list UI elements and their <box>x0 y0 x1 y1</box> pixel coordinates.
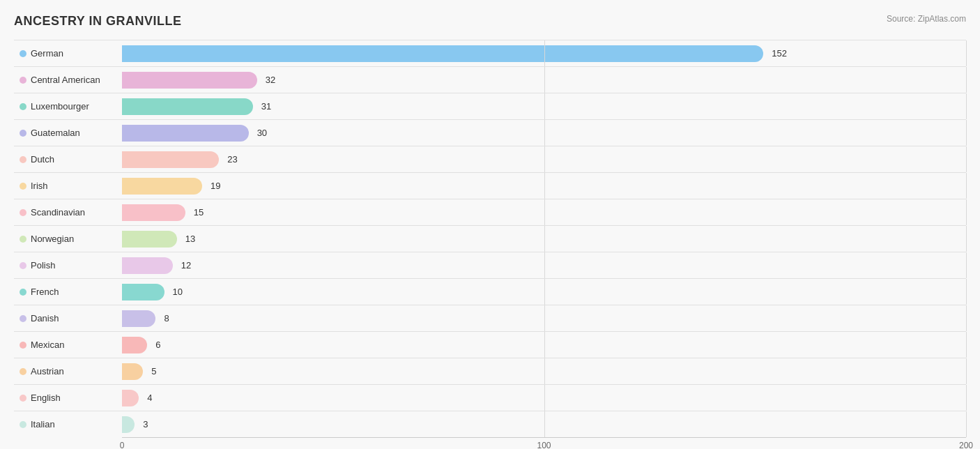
bar-label: Italian <box>14 419 122 429</box>
bar-dot-icon <box>20 342 26 349</box>
grid-line <box>544 146 545 172</box>
bar-label-text: German <box>31 48 63 59</box>
x-axis-tick: 200 <box>959 441 973 449</box>
x-axis-tick: 0 <box>120 441 125 449</box>
bar-dot-icon <box>20 77 26 84</box>
bar-track: 12 <box>122 252 966 278</box>
bar-dot-icon <box>20 209 26 216</box>
grid-line <box>544 67 545 93</box>
grid-line <box>966 173 967 199</box>
grid-line <box>966 385 967 411</box>
table-row: English4 <box>14 384 966 411</box>
bar-track: 8 <box>122 305 966 331</box>
bar-value-label: 15 <box>194 207 204 218</box>
bar-dot-icon <box>20 50 26 57</box>
bar-label: Guatemalan <box>14 128 122 138</box>
grid-line <box>544 411 545 437</box>
bar-label: German <box>14 48 122 59</box>
bar-label: English <box>14 393 122 403</box>
grid-line <box>544 252 545 278</box>
table-row: Luxembourger31 <box>14 93 966 119</box>
table-row: Guatemalan30 <box>14 119 966 146</box>
grid-line <box>544 93 545 119</box>
bar-label: Mexican <box>14 340 122 350</box>
grid-line <box>544 332 545 358</box>
grid-line <box>966 279 967 305</box>
bar-label: French <box>14 287 122 297</box>
bar-value-label: 6 <box>155 340 160 350</box>
bar-value-label: 152 <box>772 48 787 59</box>
grid-line <box>544 173 545 199</box>
bar-label: Luxembourger <box>14 101 122 112</box>
table-row: German152 <box>14 40 966 66</box>
bar-dot-icon <box>20 183 26 190</box>
bar-label-text: Guatemalan <box>31 128 80 138</box>
grid-line <box>966 411 967 437</box>
bar-label: Scandinavian <box>14 207 122 218</box>
bar-track: 31 <box>122 93 966 119</box>
chart-area: German152Central American32Luxembourger3… <box>14 40 966 449</box>
bar-fill <box>122 416 135 433</box>
bar-value-label: 23 <box>227 154 237 165</box>
bar-fill <box>122 337 147 353</box>
bar-dot-icon <box>20 262 26 269</box>
bar-label-text: Dutch <box>31 154 54 165</box>
bar-dot-icon <box>20 421 26 428</box>
bar-label-text: Scandinavian <box>31 207 85 218</box>
bar-fill <box>122 231 177 248</box>
chart-source: Source: ZipAtlas.com <box>887 14 966 24</box>
bar-dot-icon <box>20 103 26 110</box>
bar-label-text: Italian <box>31 419 55 429</box>
bar-track: 23 <box>122 146 966 172</box>
table-row: Danish8 <box>14 305 966 331</box>
bar-fill <box>122 390 139 406</box>
bar-value-label: 30 <box>257 128 267 138</box>
bar-label-text: Central American <box>31 75 100 85</box>
bar-track: 6 <box>122 332 966 358</box>
bar-label: Polish <box>14 260 122 271</box>
grid-line <box>966 120 967 146</box>
bar-track: 4 <box>122 385 966 411</box>
table-row: Polish12 <box>14 252 966 278</box>
bar-value-label: 8 <box>164 313 169 324</box>
bar-label: Dutch <box>14 154 122 165</box>
bar-track: 10 <box>122 279 966 305</box>
grid-line <box>544 120 545 146</box>
bar-label: Central American <box>14 75 122 85</box>
bar-label-text: Irish <box>31 181 48 191</box>
grid-line <box>966 199 967 225</box>
bar-label: Irish <box>14 181 122 191</box>
x-axis: 0100200 <box>122 437 966 449</box>
bar-dot-icon <box>20 395 26 402</box>
bar-track: 152 <box>122 40 966 66</box>
grid-line <box>966 40 967 66</box>
table-row: Norwegian13 <box>14 225 966 252</box>
bar-value-label: 31 <box>261 101 271 112</box>
grid-line <box>544 279 545 305</box>
bar-fill <box>122 45 763 62</box>
bar-track: 19 <box>122 173 966 199</box>
grid-line <box>966 67 967 93</box>
bar-label: Danish <box>14 313 122 324</box>
table-row: Austrian5 <box>14 358 966 384</box>
bar-label-text: Luxembourger <box>31 101 89 112</box>
bar-fill <box>122 363 143 380</box>
bar-dot-icon <box>20 289 26 296</box>
grid-line <box>966 146 967 172</box>
grid-line <box>544 199 545 225</box>
bar-value-label: 12 <box>181 260 191 271</box>
grid-line <box>966 305 967 331</box>
bar-track: 5 <box>122 358 966 384</box>
bars-container: German152Central American32Luxembourger3… <box>14 40 966 437</box>
table-row: Scandinavian15 <box>14 199 966 225</box>
bar-label-text: Austrian <box>31 366 64 376</box>
bar-fill <box>122 284 164 300</box>
bar-label-text: Mexican <box>31 340 64 350</box>
bar-dot-icon <box>20 156 26 163</box>
bar-track: 15 <box>122 199 966 225</box>
bar-fill <box>122 257 173 274</box>
bar-value-label: 4 <box>147 393 152 403</box>
bar-track: 13 <box>122 226 966 252</box>
bar-label: Austrian <box>14 366 122 376</box>
bar-track: 32 <box>122 67 966 93</box>
